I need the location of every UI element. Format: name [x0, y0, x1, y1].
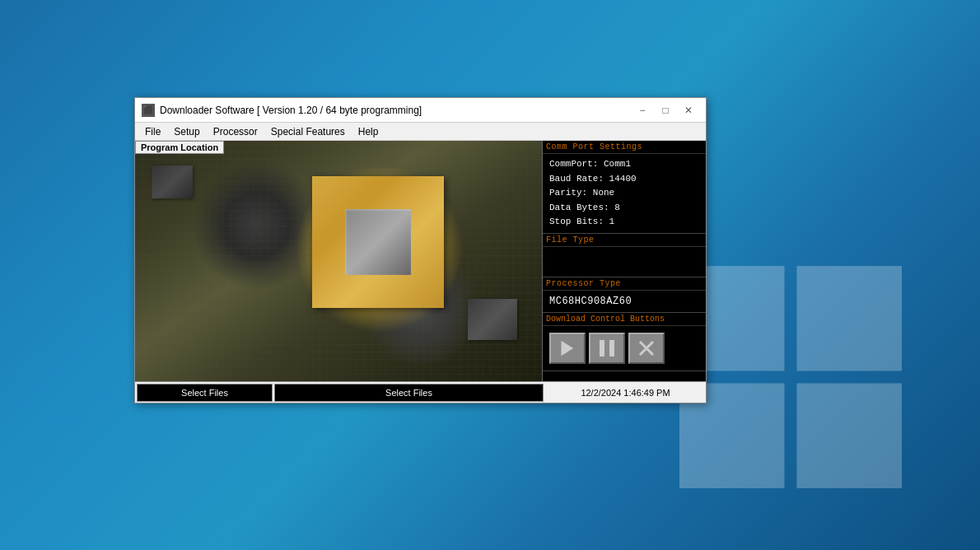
comm-port-line-1: Baud Rate: 14400 [549, 172, 699, 187]
play-button[interactable] [549, 333, 586, 364]
stop-icon [635, 337, 658, 360]
play-icon [556, 337, 579, 360]
app-icon: ⬛ [142, 104, 155, 117]
app-window: ⬛ Downloader Software [ Version 1.20 / 6… [134, 97, 707, 403]
comm-port-section: Comm Port Settings CommPort: Comm1 Baud … [543, 141, 706, 234]
comm-port-header: Comm Port Settings [543, 141, 706, 154]
menu-help[interactable]: Help [352, 124, 385, 139]
cpu-image [135, 141, 542, 381]
comm-port-line-3: Data Bytes: 8 [549, 201, 699, 216]
svg-marker-4 [561, 340, 574, 357]
title-bar: ⬛ Downloader Software [ Version 1.20 / 6… [135, 98, 706, 123]
timestamp: 12/2/2024 1:46:49 PM [545, 388, 706, 398]
svg-rect-1 [797, 266, 903, 371]
minimize-button[interactable]: − [632, 102, 653, 119]
svg-rect-5 [600, 340, 604, 357]
comm-port-line-0: CommPort: Comm1 [549, 157, 699, 172]
processor-type-value: MC68HC908AZ60 [543, 291, 706, 312]
close-button[interactable]: ✕ [678, 102, 699, 119]
stop-button[interactable] [628, 333, 665, 364]
processor-type-section: Processor Type MC68HC908AZ60 [543, 277, 706, 313]
cpu-chip [312, 176, 444, 308]
main-content: Program Location Comm Port Settings Comm… [135, 141, 706, 381]
comm-port-content: CommPort: Comm1 Baud Rate: 14400 Parity:… [543, 154, 706, 233]
processor-type-header: Processor Type [543, 277, 706, 291]
download-control-header: Download Control Buttons [543, 313, 706, 326]
svg-rect-6 [609, 340, 614, 357]
menu-processor[interactable]: Processor [207, 124, 264, 139]
pause-button[interactable] [589, 333, 625, 364]
program-location-label: Program Location [135, 141, 224, 154]
file-type-content [543, 247, 706, 277]
chip-small-top [152, 165, 193, 198]
bottom-bar: Select Files Select Files 12/2/2024 1:46… [135, 381, 706, 403]
file-type-section: File Type [543, 234, 706, 277]
chip-small-bottom [468, 299, 517, 340]
maximize-button[interactable]: □ [655, 102, 676, 119]
file-type-header: File Type [543, 234, 706, 247]
menu-special-features[interactable]: Special Features [264, 124, 352, 139]
pause-icon [595, 337, 618, 360]
menu-setup[interactable]: Setup [167, 124, 206, 139]
download-buttons [543, 326, 706, 371]
svg-rect-3 [797, 384, 903, 489]
menu-file[interactable]: File [138, 124, 167, 139]
menu-bar: File Setup Processor Special Features He… [135, 123, 706, 141]
comm-port-line-2: Parity: None [549, 186, 699, 201]
window-controls: − □ ✕ [632, 102, 699, 119]
download-control-section: Download Control Buttons [543, 313, 706, 371]
right-panel: Comm Port Settings CommPort: Comm1 Baud … [542, 141, 706, 381]
cpu-chip-inner [345, 209, 411, 275]
image-panel: Program Location [135, 141, 542, 381]
select-files-right-button[interactable]: Select Files [274, 384, 544, 402]
window-title: Downloader Software [ Version 1.20 / 64 … [160, 105, 632, 116]
select-files-left-button[interactable]: Select Files [137, 384, 273, 402]
comm-port-line-4: Stop Bits: 1 [549, 215, 699, 230]
